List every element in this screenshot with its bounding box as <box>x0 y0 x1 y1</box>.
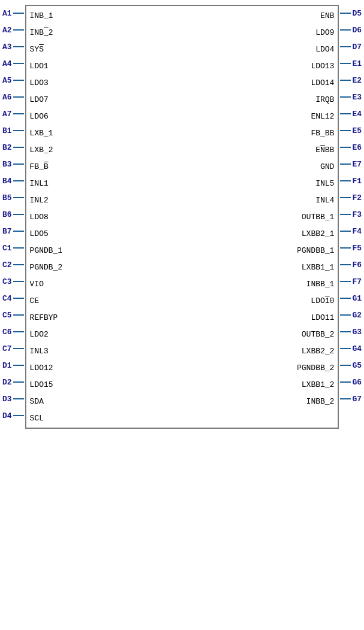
right-pin-G6: G6 <box>339 374 362 390</box>
signal-LXBB12: LXBB1_2 <box>302 376 335 393</box>
right-pin-F1: F1 <box>339 172 362 189</box>
signal-LDO2: LDO2 <box>30 326 182 343</box>
signal-INL1: INL1 <box>30 175 182 192</box>
right-pin-G3: G3 <box>339 323 362 340</box>
right-pin-E1: E1 <box>339 55 362 72</box>
right-pin-E7: E7 <box>339 156 362 172</box>
right-pin-G7: G7 <box>339 390 362 407</box>
right-pin-D5: D5 <box>339 5 362 22</box>
right-pin-F3: F3 <box>339 206 362 223</box>
left-pin-D2: D2 <box>2 374 25 390</box>
signal-OUTBB2: OUTBB_2 <box>302 326 335 343</box>
signal-GND: GND <box>320 158 334 175</box>
right-pin-E2: E2 <box>339 72 362 89</box>
signal-LDO1: LDO1 <box>30 57 182 74</box>
signal-INL3: INL3 <box>30 343 182 359</box>
signal-LDO4: LDO4 <box>316 41 334 57</box>
left-pin-B1: B1 <box>2 122 25 139</box>
right-pin-F2: F2 <box>339 189 362 206</box>
signal-SYS: SYS <box>30 41 182 57</box>
left-pin-A6: A6 <box>2 89 25 105</box>
left-pin-A7: A7 <box>2 105 25 122</box>
signal-PGNDBB2: PGNDBB_2 <box>297 359 334 376</box>
signal-INL4: INL4 <box>316 192 334 208</box>
left-pin-C7: C7 <box>2 340 25 357</box>
left-pin-B5: B5 <box>2 189 25 206</box>
left-pin-B7: B7 <box>2 223 25 240</box>
left-pin-B3: B3 <box>2 156 25 172</box>
right-pin-E5: E5 <box>339 122 362 139</box>
signal-IRQB: IRQB <box>316 91 334 108</box>
signal-CE: CE <box>30 292 182 309</box>
signal-PGNDBB1: PGNDBB_1 <box>297 242 334 259</box>
left-pin-C2: C2 <box>2 256 25 273</box>
right-pin-G2: G2 <box>339 307 362 323</box>
signal-INBB1: INBB_1 <box>307 275 335 292</box>
signal-LXBB11: LXBB1_1 <box>302 259 335 275</box>
left-pin-D3: D3 <box>2 390 25 407</box>
signal-ENBB: ENBB <box>316 141 334 158</box>
signal-INBB2: INBB_2 <box>307 393 335 410</box>
signal-SDA: SDA <box>30 393 182 410</box>
left-pin-C4: C4 <box>2 290 25 307</box>
right-pin-D7: D7 <box>339 38 362 55</box>
signal-FBBB: FB_BB <box>311 125 334 141</box>
signal-INB1: INB_1 <box>30 7 182 24</box>
signal-SCL: SCL <box>30 410 182 426</box>
signal-LXBB22: LXBB2_2 <box>302 343 335 359</box>
signal-LDO6: LDO6 <box>30 108 182 125</box>
signal-LDO15: LDO15 <box>30 376 182 393</box>
left-pin-A1: A1 <box>2 5 25 22</box>
signal-LDO9: LDO9 <box>316 24 334 41</box>
signal-ENL12: ENL12 <box>311 108 334 125</box>
signal-LDO14: LDO14 <box>311 74 334 91</box>
signal-OUTBB1: OUTBB_1 <box>302 208 335 225</box>
left-pin-A4: A4 <box>2 55 25 72</box>
left-pin-A2: A2 <box>2 22 25 38</box>
signal-LXB2: LXB_2 <box>30 141 182 158</box>
signal-LDO8: LDO8 <box>30 208 182 225</box>
right-pin-labels: D5 D6 D7 E1 E2 <box>339 5 362 407</box>
right-pin-G4: G4 <box>339 340 362 357</box>
signal-PGNDB1: PGNDB_1 <box>30 242 182 259</box>
signal-REFBYP: REFBYP <box>30 309 182 326</box>
left-pin-A5: A5 <box>2 72 25 89</box>
right-pin-G1: G1 <box>339 290 362 307</box>
signal-LDO7: LDO7 <box>30 91 182 108</box>
signal-LDO3: LDO3 <box>30 74 182 91</box>
left-pin-D4: D4 <box>2 407 25 424</box>
left-pin-C1: C1 <box>2 240 25 256</box>
right-pin-F5: F5 <box>339 240 362 256</box>
left-pin-B4: B4 <box>2 172 25 189</box>
signal-INB2: INB_2 <box>30 24 182 41</box>
right-pin-D6: D6 <box>339 22 362 38</box>
right-pin-E6: E6 <box>339 139 362 156</box>
left-pin-labels: A1 A2 A3 A4 A5 <box>2 5 25 424</box>
signal-LXBB21: LXBB2_1 <box>302 225 335 242</box>
signal-LDO13: LDO13 <box>311 57 334 74</box>
left-pin-A3: A3 <box>2 38 25 55</box>
signal-LXB1: LXB_1 <box>30 125 182 141</box>
right-pin-E4: E4 <box>339 105 362 122</box>
signal-VIO: VIO <box>30 275 182 292</box>
right-pin-F7: F7 <box>339 273 362 290</box>
signal-LDO10: LDO10 <box>311 292 334 309</box>
ic-left-signals: INB_1 INB_2 SYS LDO1 LDO3 LDO7 LDO6 LXB_… <box>26 6 182 428</box>
signal-INL2: INL2 <box>30 192 182 208</box>
left-pin-B6: B6 <box>2 206 25 223</box>
ic-right-signals: ENB LDO9 LDO4 LDO13 LDO14 IRQB ENL12 FB_… <box>182 6 338 428</box>
left-pin-C3: C3 <box>2 273 25 290</box>
right-pin-F6: F6 <box>339 256 362 273</box>
signal-LDO11: LDO11 <box>311 309 334 326</box>
right-pin-G5: G5 <box>339 357 362 374</box>
left-pin-D1: D1 <box>2 357 25 374</box>
left-pin-C5: C5 <box>2 307 25 323</box>
signal-INL5: INL5 <box>316 175 334 192</box>
signal-FBB: FB_B <box>30 158 182 175</box>
signal-LDO12: LDO12 <box>30 359 182 376</box>
left-pin-B2: B2 <box>2 139 25 156</box>
right-pin-E3: E3 <box>339 89 362 105</box>
right-pin-F4: F4 <box>339 223 362 240</box>
signal-PGNDB2: PGNDB_2 <box>30 259 182 275</box>
left-pin-C6: C6 <box>2 323 25 340</box>
